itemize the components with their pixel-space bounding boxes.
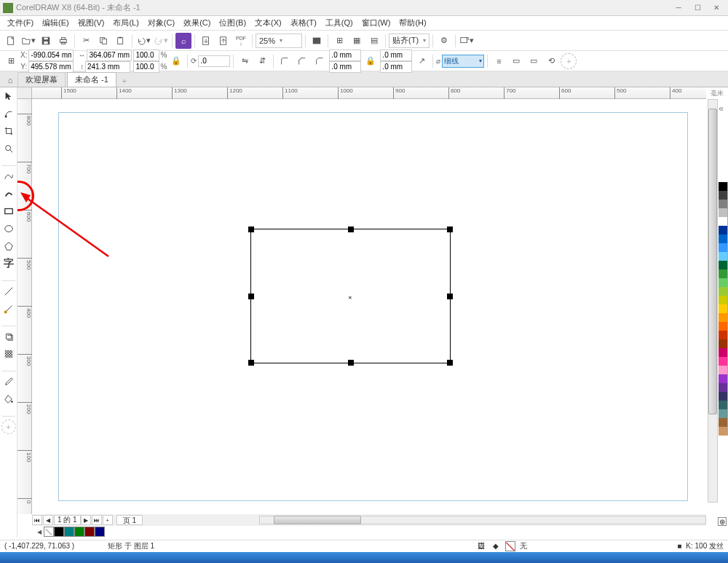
handle-top-left[interactable]: [248, 227, 254, 232]
vertical-ruler[interactable]: 8007006005004003002001000: [17, 99, 32, 514]
color-strip-swatch[interactable]: [719, 331, 728, 339]
palette-swatch[interactable]: [95, 527, 105, 537]
polygon-tool[interactable]: [1, 239, 16, 253]
menu-Q[interactable]: 工具(Q): [321, 16, 357, 30]
fill-indicator-icon[interactable]: ◆: [491, 541, 501, 551]
last-page-button[interactable]: ⏭: [92, 515, 102, 525]
show-guides-button[interactable]: ▤: [366, 33, 382, 49]
menu-B[interactable]: 位图(B): [215, 16, 250, 30]
palette-swatch[interactable]: [64, 527, 74, 537]
color-strip-swatch[interactable]: [719, 313, 728, 322]
height-input[interactable]: [85, 61, 130, 73]
zoom-tool[interactable]: [1, 141, 16, 156]
horizontal-ruler[interactable]: 1500140013001200110010009008007006005004…: [32, 87, 706, 99]
parallel-dim-tool[interactable]: [1, 284, 16, 299]
crop-tool[interactable]: [1, 124, 16, 138]
lock-ratio-button[interactable]: 🔒: [168, 53, 184, 69]
mirror-h-button[interactable]: ⇋: [237, 53, 253, 69]
vscroll-thumb[interactable]: [708, 109, 717, 414]
add-page-button[interactable]: +: [103, 515, 113, 525]
maximize-button[interactable]: ☐: [689, 2, 706, 14]
selected-rectangle[interactable]: ×: [250, 229, 451, 363]
outline-width-dropdown[interactable]: 细线: [442, 55, 484, 68]
menu-C[interactable]: 效果(C): [179, 16, 215, 30]
snap-dropdown[interactable]: 贴齐(T): [389, 34, 430, 48]
corner-bl-input[interactable]: [329, 61, 361, 73]
palette-swatch[interactable]: [84, 527, 95, 537]
drop-shadow-tool[interactable]: [1, 329, 16, 344]
menu-L[interactable]: 布局(L): [108, 16, 143, 30]
color-strip-swatch[interactable]: [719, 226, 728, 235]
color-strip-swatch[interactable]: [719, 261, 728, 269]
color-strip-swatch[interactable]: [719, 348, 728, 357]
connector-tool[interactable]: [1, 302, 16, 316]
corner-scallop-button[interactable]: [294, 53, 310, 69]
center-marker[interactable]: ×: [349, 294, 352, 301]
color-strip-swatch[interactable]: [719, 182, 728, 191]
vertical-scrollbar[interactable]: [708, 99, 718, 503]
artistic-media-tool[interactable]: [1, 186, 16, 201]
color-strip-swatch[interactable]: [719, 200, 728, 208]
color-strip-swatch[interactable]: [719, 269, 728, 278]
wrap-text-button[interactable]: ≡: [491, 53, 507, 69]
color-strip-swatch[interactable]: [719, 217, 728, 226]
color-strip-swatch[interactable]: [719, 357, 728, 366]
first-page-button[interactable]: ⏮: [32, 515, 42, 525]
menu-V[interactable]: 视图(V): [74, 16, 109, 30]
navigator-button[interactable]: ⊕: [718, 517, 727, 526]
eyedropper-tool[interactable]: [1, 374, 16, 389]
new-doc-button[interactable]: [3, 33, 19, 49]
corner-chamfer-button[interactable]: [312, 53, 328, 69]
fill-tool[interactable]: [1, 392, 16, 406]
color-strip-swatch[interactable]: [719, 339, 728, 348]
color-strip-swatch[interactable]: [719, 366, 728, 374]
palette-swatch[interactable]: [74, 527, 84, 537]
color-strip-swatch[interactable]: [719, 296, 728, 304]
rotation-input[interactable]: [198, 55, 230, 67]
welcome-tab[interactable]: 欢迎屏幕: [17, 72, 66, 87]
color-strip-swatch[interactable]: [719, 409, 728, 418]
home-tab[interactable]: ⌂: [3, 74, 17, 87]
palette-prev[interactable]: ◀: [35, 527, 44, 537]
handle-bottom-left[interactable]: [248, 360, 254, 366]
color-strip-swatch[interactable]: [719, 208, 728, 217]
customize-toolbox-button[interactable]: +: [1, 420, 16, 434]
export-button[interactable]: [215, 33, 232, 49]
fullscreen-button[interactable]: [309, 33, 325, 49]
color-strip-swatch[interactable]: [719, 383, 728, 392]
handle-bottom-right[interactable]: [447, 360, 453, 366]
page-1-tab[interactable]: 页 1: [116, 515, 143, 525]
copy-button[interactable]: [95, 33, 111, 49]
corner-lock-button[interactable]: 🔒: [363, 53, 379, 69]
corner-tl-input[interactable]: [329, 50, 361, 61]
color-strip-swatch[interactable]: [719, 191, 728, 200]
add-tab-button[interactable]: +: [118, 75, 131, 87]
handle-middle-left[interactable]: [248, 294, 254, 299]
transparency-tool[interactable]: [1, 347, 16, 361]
menu-E[interactable]: 编辑(E): [38, 16, 74, 30]
undo-button[interactable]: ▾: [135, 33, 151, 49]
print-button[interactable]: [55, 33, 71, 49]
mirror-v-button[interactable]: ⇵: [254, 53, 270, 69]
document-tab[interactable]: 未命名 -1: [67, 72, 116, 87]
menu-W[interactable]: 窗口(W): [357, 16, 395, 30]
options-button[interactable]: ⚙: [436, 33, 452, 49]
menu-C[interactable]: 对象(C): [143, 16, 179, 30]
search-button[interactable]: ⌕: [175, 33, 191, 49]
rectangle-tool[interactable]: [1, 204, 16, 218]
menu-H[interactable]: 帮助(H): [395, 16, 430, 30]
color-strip-swatch[interactable]: [719, 392, 728, 401]
color-strip-swatch[interactable]: [719, 304, 728, 313]
import-button[interactable]: [198, 33, 214, 49]
shape-tool[interactable]: [1, 106, 16, 121]
cut-button[interactable]: ✂: [78, 33, 94, 49]
color-strip-swatch[interactable]: [719, 418, 728, 427]
docker-collapse-icon[interactable]: «: [719, 103, 724, 114]
color-proof-icon[interactable]: 🖼: [476, 541, 486, 551]
front-of-layer-button[interactable]: ▭: [508, 53, 524, 69]
color-strip-swatch[interactable]: [719, 252, 728, 261]
pick-tool[interactable]: [1, 89, 16, 103]
menu-F[interactable]: 文件(F): [3, 16, 38, 30]
color-strip-swatch[interactable]: [719, 322, 728, 331]
next-page-button[interactable]: ▶: [81, 515, 91, 525]
